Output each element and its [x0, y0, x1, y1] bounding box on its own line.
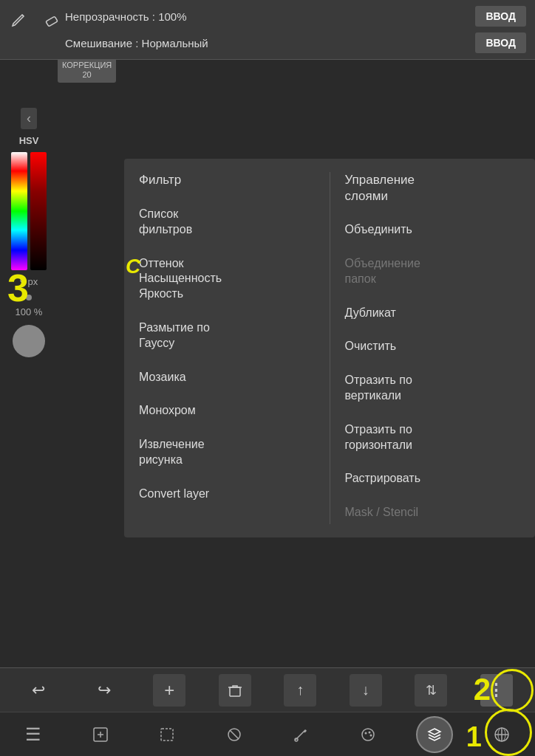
opacity-row: Непрозрачность : 100% ВВОД: [59, 6, 526, 27]
delete-layer-button[interactable]: [219, 674, 251, 707]
correction-badge: КОРРЕКЦИЯ 20: [58, 58, 116, 83]
nav-edit-button[interactable]: [82, 716, 119, 753]
svg-rect-3: [161, 729, 173, 740]
menu-item-blur[interactable]: Размытие поГауссу: [136, 312, 318, 361]
hsv-label: HSV: [19, 135, 39, 146]
left-sidebar: ‹ HSV 9 px 100 %: [0, 103, 58, 667]
layers-management-header: Управлениеслоями: [342, 166, 524, 213]
nav-select-button[interactable]: [149, 716, 185, 753]
redo-button[interactable]: ↪: [88, 674, 120, 707]
menu-item-filter[interactable]: Фильтр: [136, 166, 318, 198]
eraser-icon[interactable]: [38, 6, 65, 32]
dot-indicator: [26, 295, 32, 300]
menu-item-mask-stencil: Mask / Stencil: [342, 496, 524, 530]
menu-item-monochrome[interactable]: Монохром: [136, 394, 318, 428]
menu-item-mosaic[interactable]: Мозаика: [136, 361, 318, 395]
tool-icons: [6, 6, 65, 32]
nav-palette-button[interactable]: [350, 716, 386, 753]
blend-vvod-button[interactable]: ВВОД: [475, 32, 526, 53]
px-label: 9 px: [20, 276, 38, 287]
menu-item-flip-horizontal[interactable]: Отразить погоризонтали: [342, 413, 524, 463]
svg-point-8: [368, 731, 370, 733]
top-bar: Непрозрачность : 100% ВВОД Смешивание : …: [0, 0, 535, 60]
opacity-label: Непрозрачность : 100%: [65, 10, 468, 23]
menu-item-extract[interactable]: Извлечениерисунка: [136, 428, 318, 478]
svg-point-9: [369, 734, 372, 736]
move-down-button[interactable]: ↓: [350, 674, 382, 707]
nav-menu-button[interactable]: ☰: [15, 716, 52, 753]
color-sliders: [11, 152, 47, 270]
menu-item-convert-layer[interactable]: Convert layer: [136, 478, 318, 512]
more-options-button[interactable]: ⋮: [480, 674, 513, 707]
svg-rect-1: [230, 687, 240, 696]
opacity-vvod-button[interactable]: ВВОД: [475, 6, 526, 27]
percent-label: 100 %: [16, 306, 43, 317]
color-circle-button[interactable]: [13, 325, 45, 357]
menu-item-merge-folders: Объединениепапок: [342, 247, 524, 297]
svg-point-6: [362, 729, 374, 740]
saturation-strip[interactable]: [30, 152, 47, 270]
collapse-button[interactable]: ‹: [21, 108, 37, 129]
dropdown-menu: Фильтр Списокфильтров C ОттенокНасыщенно…: [124, 159, 535, 537]
nav-layers-button[interactable]: [416, 716, 453, 753]
undo-button[interactable]: ↩: [22, 674, 55, 707]
sort-button[interactable]: ⇅: [415, 674, 447, 707]
hue-strip[interactable]: [11, 152, 27, 270]
svg-point-7: [364, 732, 367, 734]
add-layer-button[interactable]: +: [153, 674, 185, 707]
filter-column: Фильтр Списокфильтров C ОттенокНасыщенно…: [124, 166, 330, 530]
move-up-button[interactable]: ↑: [284, 674, 316, 707]
menu-item-filter-list[interactable]: Списокфильтров: [136, 198, 318, 247]
blend-row: Смешивание : Нормальный ВВОД: [59, 32, 526, 53]
layers-column: Управлениеслоями Объединить Объединениеп…: [330, 166, 536, 530]
nav-grid-button[interactable]: [483, 716, 520, 753]
nav-erase-button[interactable]: [216, 716, 253, 753]
menu-item-clear[interactable]: Очистить: [342, 330, 524, 364]
nav-brush-button[interactable]: [282, 716, 319, 753]
blend-label: Смешивание : Нормальный: [65, 37, 468, 49]
menu-item-duplicate[interactable]: Дубликат: [342, 297, 524, 331]
svg-rect-0: [46, 16, 58, 27]
menu-item-merge[interactable]: Объединить: [342, 213, 524, 247]
menu-item-hsv[interactable]: C ОттенокНасыщенностьЯркость: [136, 247, 318, 312]
bottom-toolbar: ↩ ↪ + ↑ ↓ ⇅ ⋮: [0, 667, 535, 712]
pencil-icon[interactable]: [6, 6, 33, 32]
menu-item-rasterize[interactable]: Растрировать: [342, 462, 524, 496]
bottom-nav: ☰: [0, 712, 535, 756]
menu-item-flip-vertical[interactable]: Отразить повертикали: [342, 364, 524, 413]
